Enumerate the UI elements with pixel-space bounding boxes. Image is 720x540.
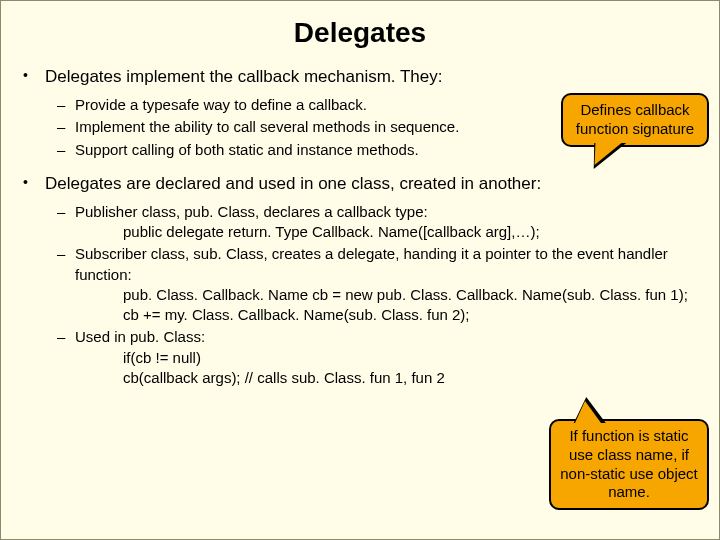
callout-defines-signature: Defines callback function signature	[561, 93, 709, 147]
callout-static-nonstatic: If function is static use class name, if…	[549, 419, 709, 510]
bullet-text: Delegates are declared and used in one c…	[45, 174, 541, 193]
callout-text: If function is static use class name, if…	[560, 427, 698, 500]
bullet-delegates-declared: Delegates are declared and used in one c…	[15, 174, 705, 388]
sub-lead: Used in pub. Class:	[75, 328, 205, 345]
sub-item-used: Used in pub. Class: if(cb != null) cb(ca…	[57, 327, 705, 388]
slide-title: Delegates	[1, 17, 719, 49]
callout-text: Defines callback function signature	[576, 101, 694, 137]
sub-lead: Subscriber class, sub. Class, creates a …	[75, 245, 668, 282]
sub-list-2: Publisher class, pub. Class, declares a …	[45, 202, 705, 388]
sub-item-publisher: Publisher class, pub. Class, declares a …	[57, 202, 705, 243]
slide: Delegates Delegates implement the callba…	[0, 0, 720, 540]
code-line: pub. Class. Callback. Name cb = new pub.…	[123, 285, 705, 305]
code-line: cb += my. Class. Callback. Name(sub. Cla…	[123, 305, 705, 325]
code-line: if(cb != null)	[123, 348, 705, 368]
bullet-text: Delegates implement the callback mechani…	[45, 67, 442, 86]
code-line: cb(callback args); // calls sub. Class. …	[123, 368, 705, 388]
sub-lead: Publisher class, pub. Class, declares a …	[75, 203, 428, 220]
code-line: public delegate return. Type Callback. N…	[123, 222, 705, 242]
sub-item-subscriber: Subscriber class, sub. Class, creates a …	[57, 244, 705, 325]
